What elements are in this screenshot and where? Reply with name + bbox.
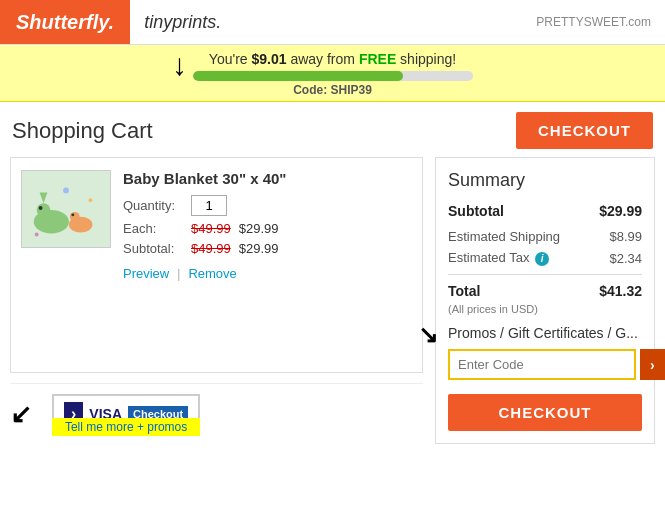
item-image	[21, 170, 111, 248]
cart-content: Baby Blanket 30" x 40" Quantity: Each: $…	[10, 157, 655, 444]
main-area: Shopping Cart CHECKOUT	[0, 102, 665, 444]
shipping-banner: You're $9.01 away from FREE shipping! Co…	[0, 45, 665, 102]
summary-shipping-row: Estimated Shipping $8.99	[448, 229, 642, 244]
cart-title: Shopping Cart	[12, 118, 153, 144]
summary-total-row: Total $41.32	[448, 283, 642, 299]
summary-tax-value: $2.34	[609, 251, 642, 266]
summary-tax-row: Estimated Tax i $2.34	[448, 250, 642, 266]
shipping-free: FREE	[359, 51, 396, 67]
item-image-svg	[22, 170, 110, 248]
summary-shipping-value: $8.99	[609, 229, 642, 244]
svg-point-6	[70, 212, 80, 222]
cart-header-row: Shopping Cart CHECKOUT	[10, 102, 655, 157]
page-wrapper: Shutterfly. tinyprints. PRETTYSWEET.com …	[0, 0, 665, 507]
item-name: Baby Blanket 30" x 40"	[123, 170, 412, 187]
tinyprints-logo: tinyprints.	[130, 12, 235, 33]
subtotal-original-price: $49.99	[191, 241, 231, 256]
cart-items-container: Baby Blanket 30" x 40" Quantity: Each: $…	[10, 157, 423, 373]
shipping-progress-fill	[193, 71, 403, 81]
each-label: Each:	[123, 221, 183, 236]
checkout-button-bottom[interactable]: CHECKOUT	[448, 394, 642, 431]
item-details: Baby Blanket 30" x 40" Quantity: Each: $…	[123, 170, 412, 281]
remove-link[interactable]: Remove	[188, 266, 236, 281]
promo-area: ↘ ›	[448, 349, 642, 380]
svg-point-7	[71, 213, 74, 216]
promo-input[interactable]	[448, 349, 636, 380]
prettysweet-logo: PRETTYSWEET.com	[536, 15, 665, 29]
code-label: Code:	[293, 83, 330, 97]
item-subtotal-row: Subtotal: $49.99 $29.99	[123, 241, 412, 256]
arrow-annotation-visa: ↙	[10, 399, 32, 430]
shutterfly-logo: Shutterfly.	[0, 0, 130, 44]
each-price: $29.99	[239, 221, 279, 236]
promo-title: Promos / Gift Certificates / G...	[448, 325, 642, 341]
svg-point-10	[35, 232, 39, 236]
code-value: SHIP39	[330, 83, 371, 97]
item-quantity-row: Quantity:	[123, 195, 412, 216]
shipping-text-before: You're	[209, 51, 252, 67]
svg-point-2	[37, 203, 51, 217]
shipping-text-middle: away from	[287, 51, 359, 67]
ship-code: Code: SHIP39	[10, 83, 655, 97]
quantity-label: Quantity:	[123, 198, 183, 213]
item-each-row: Each: $49.99 $29.99	[123, 221, 412, 236]
actions-divider: |	[177, 267, 180, 281]
shipping-amount: $9.01	[251, 51, 286, 67]
summary-tax-label: Estimated Tax i	[448, 250, 549, 266]
summary-title: Summary	[448, 170, 642, 191]
svg-point-4	[39, 206, 43, 210]
visa-wrapper: › VISA Checkout Tell me more + promos	[52, 394, 200, 434]
summary-panel: Summary Subtotal $29.99 Estimated Shippi…	[435, 157, 655, 444]
each-original-price: $49.99	[191, 221, 231, 236]
cart-left: Baby Blanket 30" x 40" Quantity: Each: $…	[10, 157, 423, 444]
svg-point-8	[63, 187, 69, 193]
subtotal-label: Subtotal:	[123, 241, 183, 256]
svg-point-9	[88, 198, 92, 202]
cart-bottom: ↙ › VISA Checkout Tell me more + promos	[10, 383, 423, 444]
summary-total-label: Total	[448, 283, 480, 299]
summary-shipping-label: Estimated Shipping	[448, 229, 560, 244]
summary-subtotal-value: $29.99	[599, 203, 642, 219]
summary-subtotal-label: Subtotal	[448, 203, 504, 219]
promo-submit-button[interactable]: ›	[640, 349, 665, 380]
shipping-text-after: shipping!	[396, 51, 456, 67]
total-note: (All prices in USD)	[448, 303, 642, 315]
tell-more-link[interactable]: Tell me more + promos	[52, 418, 200, 436]
header: Shutterfly. tinyprints. PRETTYSWEET.com	[0, 0, 665, 45]
promo-input-row: ›	[448, 349, 642, 380]
checkout-button-top[interactable]: CHECKOUT	[516, 112, 653, 149]
summary-divider	[448, 274, 642, 275]
shipping-progress-container	[193, 71, 473, 81]
tax-info-icon[interactable]: i	[535, 252, 549, 266]
summary-subtotal-row: Subtotal $29.99	[448, 203, 642, 219]
item-actions: Preview | Remove	[123, 266, 412, 281]
preview-link[interactable]: Preview	[123, 266, 169, 281]
cart-item: Baby Blanket 30" x 40" Quantity: Each: $…	[21, 170, 412, 281]
quantity-input[interactable]	[191, 195, 227, 216]
summary-total-value: $41.32	[599, 283, 642, 299]
subtotal-price: $29.99	[239, 241, 279, 256]
